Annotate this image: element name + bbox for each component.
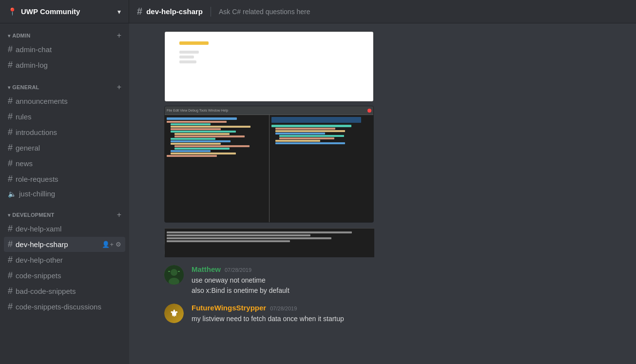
sidebar-item-dev-help-csharp[interactable]: # dev-help-csharp 👤+ ⚙ (4, 237, 125, 252)
sidebar-item-admin-chat[interactable]: # admin-chat (4, 42, 125, 57)
channel-name: dev-help-xaml (16, 225, 121, 233)
channel-header: # dev-help-csharp Ask C# related questio… (129, 6, 636, 17)
category-admin-header[interactable]: ▾ ADMIN + (4, 31, 125, 40)
channel-action-icons: 👤+ ⚙ (102, 241, 121, 248)
sidebar-item-code-snippets[interactable]: # code-snippets (4, 268, 125, 283)
hash-icon: # (8, 239, 13, 249)
hash-icon: # (8, 270, 13, 281)
sidebar-item-code-snippets-discussions[interactable]: # code-snippets-discussions (4, 299, 125, 314)
channel-name: dev-help-other (16, 256, 121, 264)
header-divider (211, 7, 211, 17)
hash-icon: # (8, 286, 13, 296)
top-bar: 📍 UWP Community ▾ # dev-help-csharp Ask … (0, 0, 636, 23)
hash-icon: # (8, 112, 13, 122)
message-header: Matthew 07/28/2019 (192, 265, 628, 273)
message-line-1: use oneway not onetime (192, 275, 628, 286)
timestamp: 07/28/2019 (270, 306, 297, 311)
category-development-label: ▾ DEVELOPMENT (8, 212, 54, 218)
avatar: ⚜ (164, 304, 184, 323)
timestamp: 07/28/2019 (225, 267, 251, 273)
channel-name: announcements (16, 97, 121, 105)
settings-icon[interactable]: ⚙ (116, 241, 121, 248)
attachment-code-screenshot[interactable]: File Edit View Debug Tools Window Help (164, 106, 374, 223)
message-line-1: my listview need to fetch data once when… (192, 314, 628, 324)
message-content: FutureWingsStrypper 07/28/2019 my listvi… (192, 304, 628, 324)
hash-icon: # (8, 302, 13, 312)
chevron-icon: ▾ (8, 33, 10, 38)
avatar-svg (164, 265, 184, 285)
channel-name: rules (16, 113, 121, 121)
add-channel-button[interactable]: + (117, 83, 121, 92)
hash-icon: # (8, 60, 13, 70)
channel-name: admin-log (16, 61, 121, 69)
server-name-label: UWP Community (21, 7, 80, 16)
attachment-white-screenshot[interactable] (164, 31, 374, 102)
svg-rect-4 (178, 271, 180, 272)
username: FutureWingsStrypper (192, 304, 266, 312)
sidebar-item-admin-log[interactable]: # admin-log (4, 57, 125, 73)
category-development-header[interactable]: ▾ DEVELOPMENT + (4, 211, 125, 219)
channel-name: code-snippets (16, 271, 121, 280)
channel-name: general (16, 144, 121, 152)
hash-icon: # (8, 255, 13, 265)
svg-rect-3 (168, 271, 170, 272)
message-group-matthew: Matthew 07/28/2019 use oneway not onetim… (164, 265, 628, 296)
sidebar: ▾ ADMIN + # admin-chat # admin-log ▾ GEN… (0, 23, 129, 364)
message-attachments: File Edit View Debug Tools Window Help (164, 31, 628, 257)
svg-point-1 (171, 269, 177, 276)
hash-icon: # (8, 224, 13, 234)
messages-area: File Edit View Debug Tools Window Help (129, 23, 636, 364)
sidebar-item-news[interactable]: # news (4, 156, 125, 171)
sidebar-item-bad-code-snippets[interactable]: # bad-code-snippets (4, 284, 125, 299)
category-development: ▾ DEVELOPMENT + # dev-help-xaml # dev-he… (0, 203, 129, 317)
channel-name: bad-code-snippets (16, 287, 121, 295)
message-header: FutureWingsStrypper 07/28/2019 (192, 304, 628, 312)
server-icon: 📍 (8, 7, 17, 16)
sidebar-item-dev-help-other[interactable]: # dev-help-other (4, 252, 125, 268)
message-line-2: also x:Bind is onetime by default (192, 286, 628, 296)
channel-header-description: Ask C# related questions here (219, 8, 310, 16)
speaker-icon: 🔈 (8, 190, 16, 198)
main-layout: ▾ ADMIN + # admin-chat # admin-log ▾ GEN… (0, 23, 636, 364)
category-general-label: ▾ GENERAL (8, 84, 39, 90)
username: Matthew (192, 265, 221, 273)
chevron-down-icon[interactable]: ▾ (117, 8, 121, 16)
add-channel-button[interactable]: + (117, 31, 121, 40)
channel-name: role-requests (16, 175, 121, 183)
message-content: Matthew 07/28/2019 use oneway not onetim… (192, 265, 628, 296)
sidebar-item-introductions[interactable]: # introductions (4, 125, 125, 140)
channel-name: introductions (16, 128, 121, 136)
avatar (164, 265, 184, 285)
channel-header-name: dev-help-csharp (146, 7, 203, 16)
content-area: File Edit View Debug Tools Window Help (129, 23, 636, 364)
chevron-icon: ▾ (8, 85, 10, 90)
sidebar-item-rules[interactable]: # rules (4, 109, 125, 124)
chevron-icon: ▾ (8, 212, 10, 218)
server-name-area[interactable]: 📍 UWP Community ▾ (0, 0, 129, 23)
hash-icon: # (8, 96, 13, 106)
channel-name: code-snippets-discussions (16, 303, 121, 311)
hash-icon: # (8, 143, 13, 153)
category-admin: ▾ ADMIN + # admin-chat # admin-log (0, 23, 129, 75)
add-channel-button[interactable]: + (117, 211, 121, 219)
hash-icon: # (8, 174, 13, 184)
sidebar-item-just-chilling[interactable]: 🔈 just-chilling (4, 187, 125, 200)
channel-name: just-chilling (19, 190, 121, 198)
channel-hash-icon: # (137, 6, 142, 17)
sidebar-item-role-requests[interactable]: # role-requests (4, 172, 125, 187)
hash-icon: # (8, 127, 13, 137)
category-general: ▾ GENERAL + # announcements # rules # in… (0, 75, 129, 203)
hash-icon: # (8, 44, 13, 55)
channel-name: admin-chat (16, 45, 121, 54)
message-group-fws-2: ⚜ FutureWingsStrypper 07/28/2019 my list… (164, 304, 628, 324)
sidebar-item-dev-help-xaml[interactable]: # dev-help-xaml (4, 221, 125, 236)
channel-name: dev-help-csharp (16, 240, 99, 249)
channel-name: news (16, 159, 121, 168)
category-admin-label: ▾ ADMIN (8, 33, 30, 38)
hash-icon: # (8, 158, 13, 169)
sidebar-item-general[interactable]: # general (4, 140, 125, 155)
sidebar-item-announcements[interactable]: # announcements (4, 94, 125, 109)
server-name: 📍 UWP Community (8, 7, 80, 16)
add-member-icon[interactable]: 👤+ (102, 241, 114, 248)
category-general-header[interactable]: ▾ GENERAL + (4, 83, 125, 92)
